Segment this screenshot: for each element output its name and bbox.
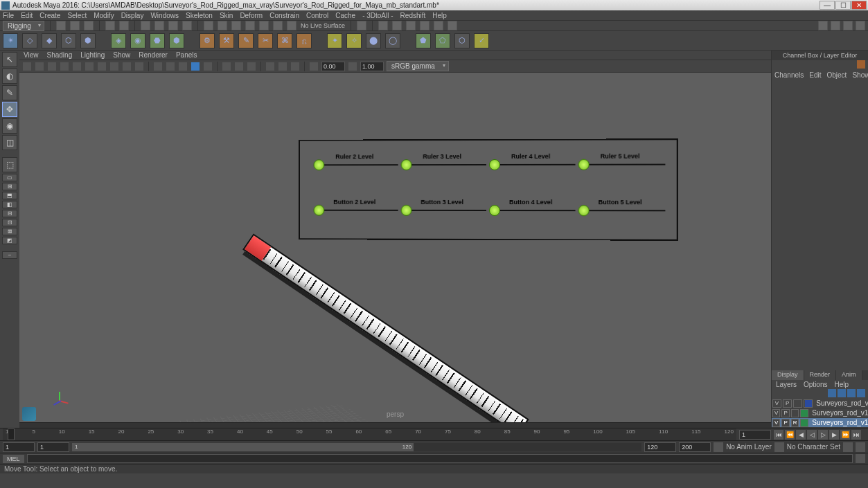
panel-menu-shading[interactable]: Shading (47, 51, 73, 59)
menu-display[interactable]: Display (121, 12, 144, 19)
shelf-icon[interactable]: ✴ (3, 33, 18, 48)
panel-icon[interactable] (134, 62, 144, 71)
select-mode-icon[interactable] (141, 21, 150, 30)
command-language-label[interactable]: MEL (3, 455, 24, 463)
panel-menu-lighting[interactable]: Lighting (80, 51, 105, 59)
shelf-icon[interactable]: ⚒ (219, 33, 234, 48)
shelf-icon[interactable]: ⬢ (80, 33, 96, 48)
layer-playback-toggle[interactable]: P (783, 399, 792, 408)
panel-icon[interactable] (222, 62, 231, 71)
snap-surface-icon[interactable] (259, 21, 269, 30)
workspace-dropdown[interactable]: Rigging (3, 21, 44, 31)
layout-three[interactable]: ⊟ (2, 210, 17, 217)
rig-slider-knob[interactable] (314, 159, 325, 170)
layout-four[interactable]: ⊞ (2, 183, 17, 190)
layer-menu-options[interactable]: Options (804, 381, 827, 388)
layer-row[interactable]: VPRSurveyors_rod_v1_con (772, 418, 868, 428)
channel-box-icon[interactable] (857, 60, 865, 69)
panel-icon[interactable] (191, 62, 200, 71)
color-management-dropdown[interactable]: sRGB gamma (387, 61, 449, 71)
play-forward-button[interactable]: ▷ (818, 430, 828, 440)
layer-icon[interactable] (838, 389, 846, 397)
panel-icon[interactable] (247, 62, 256, 71)
shelf-icon[interactable]: ⬟ (416, 33, 431, 48)
panel-icon[interactable] (47, 62, 57, 71)
shelf-icon[interactable]: ✎ (238, 33, 254, 48)
panel-icon[interactable] (153, 62, 163, 71)
panel-icon[interactable] (122, 62, 132, 71)
rig-slider-knob[interactable] (314, 205, 325, 216)
panel-layout-1-icon[interactable] (818, 21, 828, 30)
panel-icon[interactable] (178, 62, 188, 71)
gamma-icon[interactable] (348, 62, 357, 71)
undo-icon[interactable] (105, 21, 115, 30)
script-editor-button[interactable] (856, 454, 865, 463)
rig-slider-knob[interactable] (401, 205, 412, 216)
layer-tab-display[interactable]: Display (772, 370, 804, 380)
new-scene-icon[interactable] (56, 21, 66, 30)
rig-slider[interactable]: Ruler 3 Level (398, 153, 486, 165)
last-tool[interactable]: ⬚ (2, 157, 17, 172)
render-icon[interactable] (378, 21, 388, 30)
shelf-icon[interactable]: ⬠ (435, 33, 450, 48)
shelf-icon[interactable]: ⬤ (366, 33, 381, 48)
channel-tab-channels[interactable]: Channels (774, 71, 804, 79)
exposure-icon[interactable] (309, 62, 319, 71)
shelf-icon[interactable]: ✦ (327, 33, 342, 48)
range-end-field[interactable]: 200 (679, 442, 711, 452)
shelf-icon[interactable]: ◈ (111, 33, 126, 48)
snap-grid-icon[interactable] (204, 21, 213, 30)
panel-menu-show[interactable]: Show (113, 51, 130, 59)
panel-icon[interactable] (22, 62, 32, 71)
rig-slider-knob[interactable] (401, 159, 412, 170)
layer-menu-help[interactable]: Help (834, 381, 849, 388)
layer-icon[interactable] (857, 389, 865, 397)
menu-file[interactable]: File (3, 12, 14, 19)
layer-reference-toggle[interactable]: R (791, 419, 799, 427)
shelf-icon[interactable]: ⬣ (150, 33, 165, 48)
menu-deform[interactable]: Deform (240, 12, 263, 19)
layer-tab-anim[interactable]: Anim (836, 370, 862, 380)
redo-icon[interactable] (119, 21, 129, 30)
playback-start-field[interactable]: 1 (37, 442, 69, 452)
anim-layer-dropdown[interactable]: No Anim Layer (726, 443, 772, 451)
panel-menu-panels[interactable]: Panels (176, 51, 197, 59)
shelf-icon[interactable]: ✧ (346, 33, 362, 48)
layer-menu-layers[interactable]: Layers (776, 381, 797, 388)
rig-slider-knob[interactable] (489, 159, 500, 170)
lasso-icon[interactable] (154, 21, 164, 30)
rotate-tool[interactable]: ◉ (2, 118, 17, 134)
go-start-button[interactable]: ⏮ (774, 430, 783, 440)
gamma-field[interactable]: 1.00 (360, 62, 384, 71)
viewport-scrollbar[interactable] (19, 422, 771, 428)
menu-control[interactable]: Control (306, 12, 328, 19)
paint-select-icon[interactable] (168, 21, 178, 30)
layer-playback-toggle[interactable]: P (781, 419, 789, 427)
go-end-button[interactable]: ⏭ (851, 430, 861, 440)
panel-menu-view[interactable]: View (24, 51, 39, 59)
menu-skin[interactable]: Skin (220, 12, 233, 19)
character-set-icon[interactable] (774, 442, 784, 452)
shelf-icon[interactable]: ⬡ (61, 33, 76, 48)
panel-icon[interactable] (35, 62, 44, 71)
rig-control-panel[interactable]: Ruler 2 LevelRuler 3 LevelRuler 4 LevelR… (299, 138, 678, 241)
panel-icon[interactable] (85, 62, 94, 71)
snap-curve-icon[interactable] (218, 21, 227, 30)
layer-row[interactable]: VPSurveyors_rod_v1 (772, 399, 868, 408)
layer-icon[interactable] (828, 389, 836, 397)
range-bar[interactable]: 1 120 (72, 443, 641, 451)
character-set-dropdown[interactable]: No Character Set (787, 443, 840, 451)
open-scene-icon[interactable] (70, 21, 80, 30)
step-forward-key-button[interactable]: ⏩ (840, 430, 850, 440)
layout-single[interactable]: ▭ (2, 174, 17, 181)
layout-misc2[interactable]: ⊠ (2, 228, 17, 235)
layer-visibility-toggle[interactable]: V (772, 419, 780, 427)
menu-skeleton[interactable]: Skeleton (186, 12, 213, 19)
shelf-icon[interactable]: ◆ (42, 33, 57, 48)
exposure-field[interactable]: 0.00 (321, 62, 345, 71)
current-frame-field[interactable]: 1 (739, 430, 771, 440)
step-back-key-button[interactable]: ⏪ (785, 430, 795, 440)
layer-color-swatch[interactable] (804, 399, 813, 408)
layer-color-swatch[interactable] (800, 419, 808, 427)
channel-tab-show[interactable]: Show (852, 71, 868, 79)
